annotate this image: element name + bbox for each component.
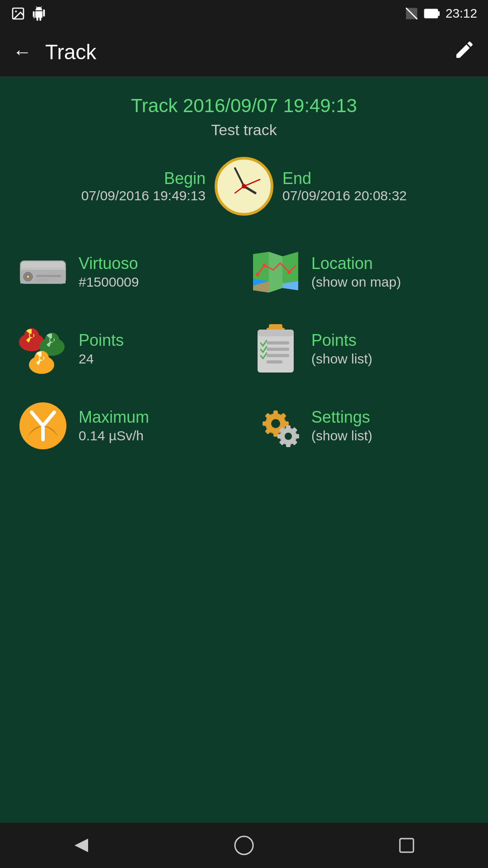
track-subtitle: Test track xyxy=(14,121,474,139)
svg-rect-68 xyxy=(286,443,291,447)
nav-recent-icon xyxy=(395,834,418,857)
svg-rect-58 xyxy=(273,431,278,437)
maximum-item[interactable]: Maximum 0.14 µSv/h xyxy=(14,392,242,460)
points-list-value: (show list) xyxy=(311,350,372,368)
points-list-label: Points xyxy=(311,330,372,350)
settings-icon xyxy=(251,401,300,451)
points-count-icon-wrap xyxy=(18,324,68,374)
pencil-icon xyxy=(454,39,475,61)
svg-rect-3 xyxy=(424,9,438,18)
maximum-label: Maximum xyxy=(79,407,149,427)
svg-rect-48 xyxy=(267,348,289,351)
svg-rect-77 xyxy=(400,839,413,852)
end-label: End xyxy=(282,169,474,188)
points-count-item[interactable]: Points 24 xyxy=(14,315,242,383)
points-list-icon-wrap xyxy=(251,324,300,374)
svg-point-24 xyxy=(256,273,259,276)
points-list-text: Points (show list) xyxy=(311,330,372,368)
back-button[interactable]: ← xyxy=(13,42,32,61)
svg-rect-70 xyxy=(295,434,299,439)
nav-home-button[interactable] xyxy=(226,827,262,863)
svg-rect-60 xyxy=(283,421,289,426)
points-list-item[interactable]: Points (show list) xyxy=(246,315,474,383)
nav-back-icon xyxy=(70,834,93,857)
time-row: Begin 07/09/2016 19:49:13 End 07/09/2016… xyxy=(14,157,474,216)
device-label: Virtuoso xyxy=(79,254,139,273)
device-icon-wrap xyxy=(18,247,68,297)
end-value: 07/09/2016 20:08:32 xyxy=(282,188,474,203)
points-count-label: Points xyxy=(79,330,124,350)
svg-rect-59 xyxy=(263,421,268,426)
svg-point-31 xyxy=(30,334,33,337)
svg-rect-14 xyxy=(20,268,66,270)
info-grid: Virtuoso #1500009 xyxy=(14,238,474,460)
status-bar-left-icons xyxy=(11,6,46,21)
battery-icon xyxy=(424,7,440,20)
device-text: Virtuoso #1500009 xyxy=(79,254,139,291)
location-value: (show on map) xyxy=(311,273,401,291)
image-icon xyxy=(11,6,25,21)
svg-point-76 xyxy=(235,836,253,854)
svg-rect-46 xyxy=(258,330,294,336)
svg-marker-21 xyxy=(269,252,282,292)
maximum-value: 0.14 µSv/h xyxy=(79,427,149,444)
map-icon xyxy=(251,250,300,295)
svg-rect-19 xyxy=(36,279,50,281)
device-value: #1500009 xyxy=(79,273,139,291)
settings-text: Settings (show list) xyxy=(311,407,372,444)
svg-point-25 xyxy=(263,264,266,267)
svg-point-41 xyxy=(40,356,43,360)
svg-point-66 xyxy=(285,433,292,440)
points-count-value: 24 xyxy=(79,350,124,368)
svg-rect-18 xyxy=(36,275,61,277)
device-item[interactable]: Virtuoso #1500009 xyxy=(14,238,242,306)
svg-marker-75 xyxy=(75,839,88,852)
nav-recent-button[interactable] xyxy=(389,827,425,863)
device-icon xyxy=(18,254,68,290)
settings-icon-wrap xyxy=(251,401,300,451)
svg-rect-49 xyxy=(267,354,289,357)
status-right-icons: 23:12 xyxy=(405,6,477,21)
nav-back-button[interactable] xyxy=(63,827,99,863)
svg-point-56 xyxy=(271,419,280,428)
svg-rect-50 xyxy=(267,360,282,363)
settings-label: Settings xyxy=(311,407,372,427)
svg-rect-69 xyxy=(277,434,282,439)
edit-button[interactable] xyxy=(454,39,475,65)
main-content: Track 2016/09/07 19:49:13 Test track Beg… xyxy=(0,77,488,823)
maximum-text: Maximum 0.14 µSv/h xyxy=(79,407,149,444)
settings-item[interactable]: Settings (show list) xyxy=(246,392,474,460)
maximum-icon xyxy=(18,401,68,451)
clipboard-icon xyxy=(255,324,296,374)
status-time: 23:12 xyxy=(446,6,477,21)
radiation-markers-icon xyxy=(18,322,68,376)
bottom-nav xyxy=(0,823,488,868)
svg-rect-47 xyxy=(267,341,289,344)
clock-icon xyxy=(215,157,273,216)
location-text: Location (show on map) xyxy=(311,254,401,291)
points-count-text: Points 24 xyxy=(79,330,124,368)
svg-point-26 xyxy=(287,270,291,274)
svg-point-17 xyxy=(27,275,29,278)
svg-rect-67 xyxy=(286,425,291,430)
track-header: Track 2016/09/07 19:49:13 Test track xyxy=(14,95,474,139)
svg-rect-57 xyxy=(273,410,278,416)
status-bar: 23:12 xyxy=(0,0,488,27)
track-title: Track 2016/09/07 19:49:13 xyxy=(14,95,474,117)
nav-home-icon xyxy=(233,834,255,857)
location-icon-wrap xyxy=(251,247,300,297)
location-item[interactable]: Location (show on map) xyxy=(246,238,474,306)
begin-time-block: Begin 07/09/2016 19:49:13 xyxy=(14,169,206,203)
svg-point-1 xyxy=(15,10,17,12)
svg-point-36 xyxy=(50,338,54,342)
sim-icon xyxy=(405,7,418,20)
android-icon xyxy=(32,6,46,21)
location-label: Location xyxy=(311,254,401,273)
settings-value: (show list) xyxy=(311,427,372,444)
begin-value: 07/09/2016 19:49:13 xyxy=(14,188,206,203)
app-bar: ← Track xyxy=(0,27,488,77)
maximum-icon-wrap xyxy=(18,401,68,451)
end-time-block: End 07/09/2016 20:08:32 xyxy=(282,169,474,203)
svg-rect-4 xyxy=(438,11,440,16)
begin-label: Begin xyxy=(14,169,206,188)
